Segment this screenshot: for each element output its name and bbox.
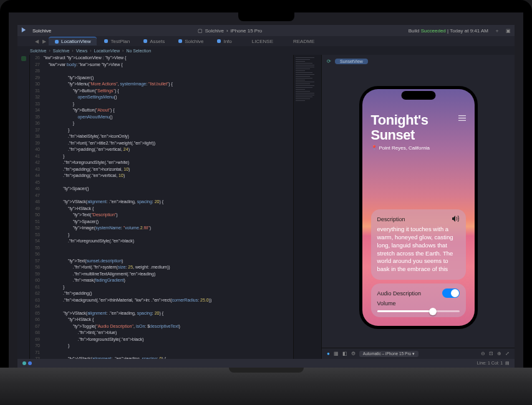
audio-desc-label: Audio Description — [377, 290, 422, 297]
cursor-position: Line: 1 Col: 1 — [477, 361, 503, 365]
preview-canvas: ⟳ SunsetView — [321, 55, 515, 359]
device-settings-icon[interactable]: ⚙ — [351, 351, 355, 356]
status-dot-1 — [22, 361, 26, 365]
iphone-dynamic-island — [401, 91, 435, 100]
volume-label: Volume — [377, 300, 396, 307]
tab-testplan[interactable]: TestPlan — [98, 37, 136, 45]
tab-assets[interactable]: Assets — [137, 37, 171, 45]
device-selector[interactable]: Automatic – iPhone 15 Pro ▾ — [359, 351, 418, 357]
tab-readme[interactable]: README — [281, 37, 321, 45]
scheme-label[interactable]: Solchive — [205, 28, 224, 34]
scheme-icon: ▢ — [198, 28, 203, 34]
nav-fwd-icon[interactable]: ▶ — [41, 38, 47, 44]
add-button[interactable]: ＋ — [495, 27, 500, 34]
tab-locationview[interactable]: LocationView — [49, 37, 97, 45]
navigator-stub — [17, 55, 30, 359]
tab-bar: ◀ ▶ LocationView TestPlan Assets Solchiv… — [17, 36, 515, 46]
controls-card: Audio Description Volume — [371, 284, 466, 317]
laptop-base — [0, 368, 532, 405]
zoom-fit-icon[interactable]: ⊡ — [489, 351, 493, 356]
tab-info[interactable]: Info — [211, 37, 238, 45]
bottom-bar: Line: 1 Col: 1 ▤ — [17, 359, 515, 368]
xcode-window: Solchive ▢ Solchive › iPhone 15 Pro Buil… — [17, 25, 515, 368]
volume-icon[interactable] — [452, 216, 460, 223]
preview-footer: ● ▦ ◧ ⚙ Automatic – iPhone 15 Pro ▾ ⊖ ⊡ … — [322, 348, 515, 359]
iphone-device-frame: Tonight's Sunset 📍 Point Reyes, Californ… — [359, 86, 478, 329]
destination-label[interactable]: iPhone 15 Pro — [231, 28, 263, 34]
audio-desc-toggle[interactable] — [442, 288, 460, 298]
tab-solchive[interactable]: Solchive — [172, 37, 210, 45]
build-status: Build Succeeded | Today at 9:41 AM — [409, 28, 488, 34]
zoom-out-icon[interactable]: ⊖ — [481, 351, 485, 356]
nav-back-icon[interactable]: ◀ — [34, 38, 40, 44]
app-title: Tonight's Sunset — [371, 113, 466, 143]
description-card: Description everything it touches with a… — [371, 209, 466, 280]
status-dot-2 — [28, 361, 32, 365]
code-editor[interactable]: 26 27 28 29 30 31 32 33 34 35 36 37 38 3… — [30, 55, 321, 359]
volume-slider[interactable] — [377, 310, 460, 312]
laptop-notch — [238, 12, 294, 21]
location-label: 📍 Point Reyes, California — [371, 145, 466, 151]
location-pin-icon: 📍 — [371, 145, 377, 151]
app-preview[interactable]: Tonight's Sunset 📍 Point Reyes, Californ… — [362, 89, 475, 326]
preview-refresh-icon[interactable]: ⟳ — [327, 59, 331, 64]
minimap[interactable] — [293, 55, 321, 359]
zoom-actual-icon[interactable]: ⤢ — [505, 351, 510, 356]
project-name[interactable]: Solchive — [32, 28, 51, 34]
panel-toggle-icon[interactable]: ▣ — [506, 28, 511, 34]
tab-license[interactable]: LICENSE — [239, 37, 279, 45]
description-label: Description — [377, 216, 405, 222]
run-button[interactable] — [21, 27, 26, 34]
editor-options-icon[interactable]: ▤ — [505, 361, 510, 365]
zoom-in-icon[interactable]: ⊕ — [497, 351, 501, 356]
macbook-frame: Solchive ▢ Solchive › iPhone 15 Pro Buil… — [0, 0, 532, 405]
live-button[interactable]: ● — [327, 351, 330, 356]
menu-icon[interactable] — [458, 115, 466, 122]
toolbar: Solchive ▢ Solchive › iPhone 15 Pro Buil… — [17, 25, 515, 36]
preview-pill[interactable]: SunsetView — [335, 59, 368, 64]
description-text: everything it touches with a warm, honey… — [377, 226, 460, 274]
selectable-button[interactable]: ▦ — [334, 351, 339, 356]
variants-button[interactable]: ◧ — [342, 351, 347, 356]
jump-bar[interactable]: Solchive› Solchive› Views› LocationView›… — [17, 46, 515, 55]
